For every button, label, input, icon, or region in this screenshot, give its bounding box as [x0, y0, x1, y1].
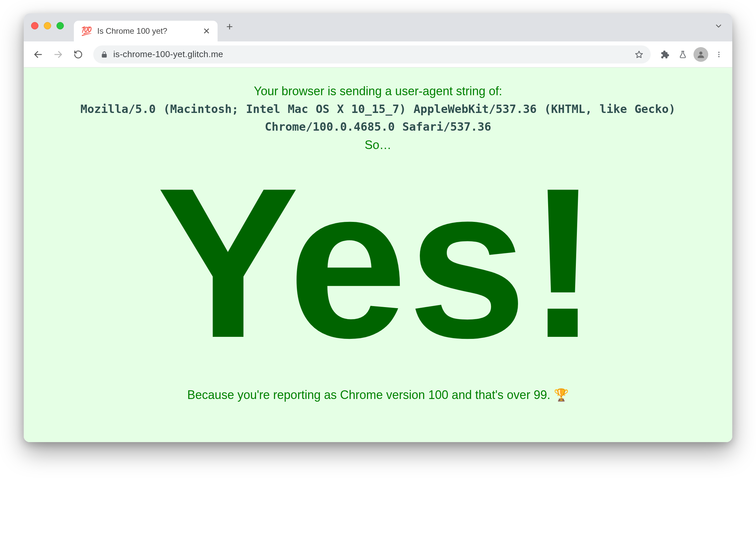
svg-point-4: [718, 51, 720, 53]
intro-text: Your browser is sending a user-agent str…: [34, 84, 722, 98]
tab-favicon-icon: 💯: [81, 26, 92, 36]
lock-icon: [101, 51, 108, 58]
close-window-button[interactable]: [31, 22, 38, 29]
because-text: Because you're reporting as Chrome versi…: [34, 388, 722, 402]
page-content: Your browser is sending a user-agent str…: [24, 68, 732, 442]
address-url: is-chrome-100-yet.glitch.me: [113, 49, 223, 59]
svg-marker-2: [636, 51, 643, 57]
new-tab-button[interactable]: +: [226, 20, 233, 33]
profile-avatar[interactable]: [694, 47, 708, 62]
kebab-menu-icon[interactable]: [712, 47, 726, 62]
minimize-window-button[interactable]: [44, 22, 51, 29]
tab-overflow-button[interactable]: [714, 22, 723, 30]
user-agent-string: Mozilla/5.0 (Macintosh; Intel Mac OS X 1…: [47, 98, 709, 137]
reload-button[interactable]: [70, 46, 87, 63]
window-controls: [31, 22, 64, 29]
close-tab-button[interactable]: ✕: [203, 27, 210, 35]
toolbar: is-chrome-100-yet.glitch.me: [24, 41, 732, 68]
extensions-icon[interactable]: [657, 47, 672, 62]
address-bar[interactable]: is-chrome-100-yet.glitch.me: [93, 45, 651, 63]
svg-point-5: [718, 54, 720, 55]
maximize-window-button[interactable]: [56, 22, 64, 29]
svg-point-6: [718, 56, 720, 57]
bookmark-star-icon[interactable]: [635, 50, 643, 59]
back-button[interactable]: [30, 46, 46, 63]
browser-tab[interactable]: 💯 Is Chrome 100 yet? ✕: [74, 21, 218, 41]
answer-text: Yes!: [34, 161, 722, 365]
svg-point-3: [699, 51, 702, 54]
browser-window: 💯 Is Chrome 100 yet? ✕ + is-chrome-100-y…: [24, 13, 732, 442]
forward-button[interactable]: [50, 46, 67, 63]
labs-icon[interactable]: [675, 47, 690, 62]
titlebar: 💯 Is Chrome 100 yet? ✕ +: [24, 13, 732, 41]
tab-title: Is Chrome 100 yet?: [97, 26, 198, 36]
